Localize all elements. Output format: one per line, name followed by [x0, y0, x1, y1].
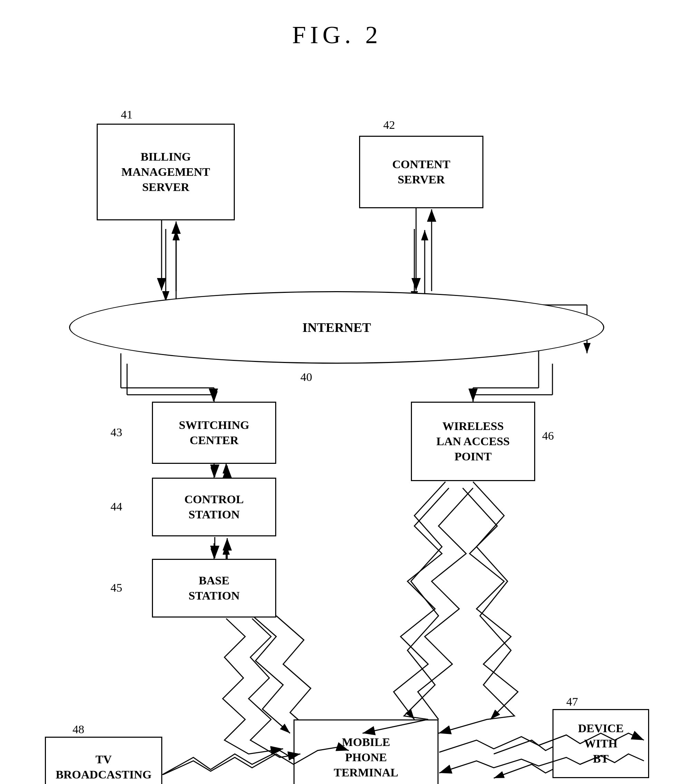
- base-station-box: BASE STATION: [152, 559, 276, 618]
- diagram-container: BILLING MANAGEMENT SERVER 41 CONTENT SER…: [0, 63, 674, 784]
- internet-label: INTERNET: [303, 320, 371, 335]
- control-station-box: CONTROL STATION: [152, 478, 276, 537]
- mobile-phone-label: MOBILE PHONE TERMINAL: [334, 734, 398, 781]
- content-server-box: CONTENT SERVER: [359, 136, 483, 208]
- device-bt-label: DEVICE WITH BT: [578, 721, 624, 767]
- internet-ref: 40: [300, 370, 312, 384]
- wireless-lan-box: WIRELESS LAN ACCESS POINT: [411, 402, 535, 481]
- billing-server-ref: 41: [121, 108, 133, 121]
- control-station-ref: 44: [110, 500, 122, 513]
- internet-ellipse: INTERNET: [69, 291, 604, 364]
- tv-broadcasting-box: TV BROADCASTING UNIT: [45, 737, 162, 784]
- switching-center-ref: 43: [110, 426, 122, 439]
- tv-broadcasting-ref: 48: [73, 723, 84, 736]
- wireless-lan-ref: 46: [542, 429, 554, 442]
- content-server-label: CONTENT SERVER: [392, 157, 450, 187]
- device-bt-ref: 47: [566, 695, 578, 708]
- switching-center-box: SWITCHING CENTER: [152, 402, 276, 464]
- base-station-ref: 45: [110, 581, 122, 594]
- billing-management-server-box: BILLING MANAGEMENT SERVER: [97, 124, 235, 220]
- mobile-phone-box: MOBILE PHONE TERMINAL: [294, 719, 438, 784]
- wireless-lan-label: WIRELESS LAN ACCESS POINT: [436, 418, 510, 465]
- switching-center-label: SWITCHING CENTER: [179, 418, 249, 448]
- content-server-ref: 42: [383, 118, 395, 132]
- device-bt-box: DEVICE WITH BT: [553, 709, 649, 778]
- base-station-label: BASE STATION: [188, 573, 240, 604]
- billing-server-label: BILLING MANAGEMENT SERVER: [121, 149, 210, 195]
- tv-broadcasting-label: TV BROADCASTING UNIT: [56, 752, 152, 784]
- figure-title: FIG. 2: [0, 0, 674, 63]
- control-station-label: CONTROL STATION: [184, 492, 244, 522]
